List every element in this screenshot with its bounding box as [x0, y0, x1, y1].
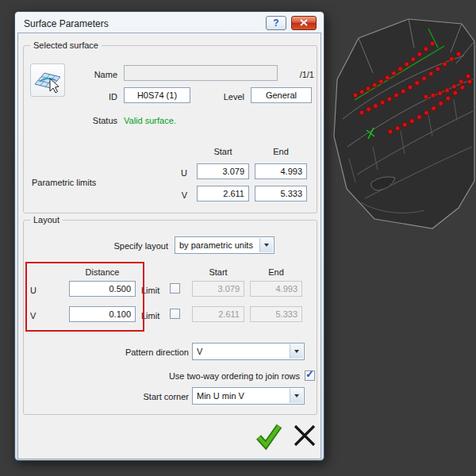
pattern-direction-label: Pattern direction: [103, 344, 189, 360]
layout-start-header: Start: [192, 267, 244, 278]
id-label: ID: [70, 89, 117, 105]
ok-button[interactable]: [253, 420, 285, 451]
v-limit-label: Limit: [141, 308, 159, 324]
surface-parameters-dialog: Surface Parameters ? Selected surface: [14, 11, 324, 461]
limits-u-start-field[interactable]: 3.079: [197, 163, 249, 179]
titlebar[interactable]: Surface Parameters ?: [17, 13, 321, 33]
u-end-field: 4.993: [250, 281, 302, 297]
u-limit-checkbox[interactable]: ✓: [170, 283, 180, 294]
close-button[interactable]: [291, 16, 317, 30]
v-start-field: 2.611: [192, 306, 244, 322]
close-icon: [299, 19, 309, 27]
specify-layout-label: Specify layout: [75, 238, 168, 254]
u-limit-label: Limit: [141, 282, 159, 298]
status-value: Valid surface.: [124, 113, 176, 129]
start-corner-label: Start corner: [103, 389, 189, 405]
layout-end-header: End: [250, 267, 302, 278]
u-start-field: 3.079: [192, 281, 244, 297]
two-way-checkbox[interactable]: ✓: [305, 370, 315, 381]
pattern-direction-value: V: [197, 344, 290, 359]
limits-u-end-field[interactable]: 4.993: [255, 163, 307, 179]
layout-u-label: U: [30, 282, 36, 298]
id-field[interactable]: H0S74 (1): [124, 87, 190, 103]
name-label: Name: [70, 67, 117, 83]
cancel-x-icon: [289, 420, 321, 451]
dropdown-arrow-icon: [290, 344, 303, 359]
dialog-body: Selected surface Name /1/1 ID H0S74 (1) …: [17, 33, 321, 459]
limits-v-start-field[interactable]: 2.611: [197, 186, 249, 202]
v-distance-field[interactable]: 0.100: [69, 306, 136, 322]
status-label: Status: [70, 113, 117, 129]
two-way-label: Use two-way ordering to join rows: [119, 368, 300, 384]
specify-layout-value: by parametric units: [179, 238, 259, 253]
limits-end-header: End: [255, 146, 307, 157]
level-field[interactable]: General: [251, 87, 312, 103]
surface-icon: [32, 65, 63, 95]
limits-v-label: V: [171, 187, 187, 203]
dropdown-arrow-icon: [290, 389, 303, 403]
dialog-title: Surface Parameters: [24, 15, 109, 33]
app-window: Surface Parameters ? Selected surface: [0, 0, 476, 476]
layout-group-label: Layout: [30, 214, 63, 226]
help-button[interactable]: ?: [266, 16, 286, 30]
limits-u-label: U: [171, 165, 187, 181]
help-icon: ?: [273, 17, 278, 29]
cancel-button[interactable]: [289, 420, 321, 451]
check-icon: ✓: [305, 368, 314, 380]
selected-surface-group-label: Selected surface: [30, 40, 102, 52]
start-corner-value: Min U min V: [197, 389, 290, 404]
level-label: Level: [198, 89, 244, 105]
selected-surface-group: Selected surface Name /1/1 ID H0S74 (1) …: [23, 45, 317, 213]
specify-layout-dropdown[interactable]: by parametric units: [175, 236, 274, 254]
start-corner-dropdown[interactable]: Min U min V: [192, 387, 305, 405]
u-distance-field[interactable]: 0.500: [69, 281, 136, 297]
v-end-field: 5.333: [250, 306, 302, 322]
name-suffix: /1/1: [282, 67, 314, 83]
limits-start-header: Start: [197, 146, 249, 157]
ok-check-icon: [253, 420, 285, 451]
v-limit-checkbox[interactable]: ✓: [170, 309, 180, 319]
dropdown-arrow-icon: [259, 238, 273, 252]
distance-header: Distance: [69, 267, 136, 278]
layout-v-label: V: [30, 308, 36, 324]
limits-v-end-field[interactable]: 5.333: [255, 186, 307, 202]
name-field[interactable]: [124, 65, 278, 81]
surface-picker-button[interactable]: [30, 63, 65, 97]
layout-group: Layout Specify layout by parametric unit…: [23, 220, 317, 415]
parametric-limits-label: Parametric limits: [32, 175, 96, 190]
pattern-direction-dropdown[interactable]: V: [192, 343, 305, 360]
